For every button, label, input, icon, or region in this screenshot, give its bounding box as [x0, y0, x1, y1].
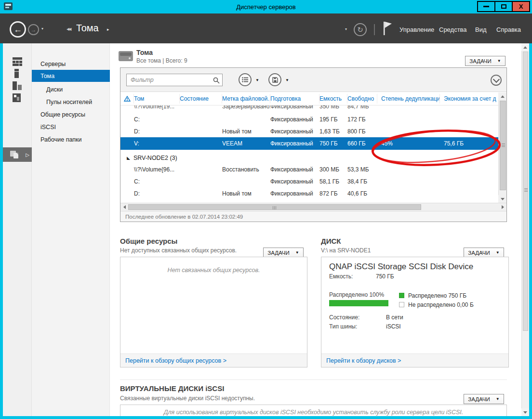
breadcrumb-left-icon[interactable]: ◀◀ [66, 27, 70, 31]
iscsi-subtitle: Связанные виртуальные диски iSCSI недост… [120, 395, 255, 402]
forward-button[interactable]: → [28, 24, 39, 35]
sidebar-item-volumes[interactable]: Тома [32, 70, 110, 82]
group-header-srv-node2[interactable]: ◢ SRV-NODE2 (3) [120, 153, 499, 163]
services-icon[interactable] [12, 93, 23, 103]
cell-provisioning: Фиксированный [270, 116, 319, 123]
scroll-left-button[interactable] [120, 203, 128, 211]
scroll-right-icon [502, 205, 504, 209]
close-button[interactable]: X [512, 1, 530, 12]
sidebar-item-disks[interactable]: Диски [32, 83, 107, 95]
table-row[interactable]: D: Новый том Фиксированный 1,63 ТБ 800 Г… [120, 125, 499, 137]
tasks-label: ЗАДАЧИ [267, 250, 290, 256]
history-caret-icon[interactable]: ▾ [41, 26, 43, 31]
legend-unallocated-swatch [399, 302, 404, 307]
servers-caret-icon[interactable]: ▾ [345, 27, 347, 31]
table-row[interactable]: C: Фиксированный 195 ГБ 172 ГБ [120, 113, 499, 125]
breadcrumb-right-icon[interactable]: ▸ [107, 27, 109, 32]
cell-volume: \\?\Volume{19... [134, 105, 180, 110]
filter-criteria-caret-icon[interactable]: ▼ [255, 78, 259, 82]
cell-label: Восстановить [222, 166, 270, 173]
cell-provisioning: Фиксированный [270, 190, 319, 197]
page-vertical-scrollbar[interactable] [521, 43, 529, 416]
scrollbar-thumb[interactable] [523, 52, 528, 331]
sidebar-item-shares[interactable]: Общие ресурсы [32, 108, 107, 120]
table-vertical-scrollbar[interactable] [498, 92, 506, 203]
scroll-up-icon [523, 46, 527, 49]
cell-free: 40,6 ГБ [347, 190, 377, 197]
table-row[interactable]: \\?\Volume{96... Восстановить Фиксирован… [120, 163, 499, 175]
nav-separator [374, 24, 375, 35]
disk-panel: QNAP iSCSI Storage SCSI Disk Device Емко… [321, 257, 509, 367]
cell-capacity: 1,63 ТБ [319, 128, 347, 135]
shares-tasks-button[interactable]: ЗАДАЧИ ▼ [263, 248, 304, 258]
volumes-tasks-button[interactable]: ЗАДАЧИ ▼ [465, 56, 505, 66]
cell-label: Новый том [222, 128, 270, 135]
column-header-volume[interactable]: Том [134, 94, 180, 104]
filter-input[interactable] [126, 74, 223, 86]
sidebar-item-iscsi[interactable]: iSCSI [32, 121, 107, 133]
dashboard-icon[interactable] [12, 57, 23, 66]
save-query-button[interactable] [268, 73, 281, 86]
scroll-up-button[interactable] [521, 43, 529, 51]
sidebar-item-servers[interactable]: Серверы [32, 58, 107, 70]
sidebar-item-storage-pools[interactable]: Пулы носителей [32, 96, 107, 108]
all-servers-icon[interactable] [12, 81, 23, 91]
back-button[interactable]: ← [10, 21, 26, 38]
scrollbar-thumb[interactable] [128, 204, 421, 210]
minimize-button[interactable] [477, 1, 495, 12]
local-server-icon[interactable] [14, 69, 25, 79]
cell-provisioning: Фиксированный [270, 178, 319, 185]
shares-overview-link[interactable]: Перейти к обзору общих ресурсов > [125, 357, 226, 364]
volumes-toolbar: ▼ ▼ [120, 68, 506, 92]
table-row[interactable]: C: Фиксированный 58,1 ГБ 38,4 ГБ [120, 175, 499, 187]
disk-bus-value: iSCSI [386, 323, 401, 330]
cell-provisioning: Фиксированный [270, 140, 319, 147]
iscsi-tasks-button[interactable]: ЗАДАЧИ ▼ [464, 394, 504, 404]
sidebar-item-work-folders[interactable]: Рабочие папки [32, 133, 107, 145]
table-row[interactable]: \\?\Volume{19... Зарезервировано... Фикс… [120, 105, 499, 113]
collapse-tile-button[interactable] [491, 75, 502, 86]
table-horizontal-scrollbar[interactable] [120, 203, 506, 211]
column-header-capacity[interactable]: Емкость [319, 94, 347, 104]
cell-free: 800 ГБ [347, 128, 377, 135]
column-header-label[interactable]: Метка файловой... [222, 94, 270, 104]
table-row[interactable]: D: Новый том Фиксированный 872 ГБ 40,6 Г… [120, 187, 499, 199]
table-header: Том Состояние Метка файловой... Подготов… [120, 92, 499, 105]
caret-down-icon: ▼ [496, 397, 500, 401]
menu-view[interactable]: Вид [475, 26, 487, 33]
menu-tools[interactable]: Средства [439, 26, 467, 33]
scroll-down-icon [523, 411, 527, 414]
scroll-down-button[interactable] [498, 195, 506, 203]
column-header-free[interactable]: Свободно [347, 94, 377, 104]
table-row-selected[interactable]: V: VEEAM Фиксированный 750 ГБ 660 ГБ 45%… [120, 137, 499, 150]
group-label: SRV-NODE2 (3) [133, 155, 177, 161]
scroll-left-icon [123, 205, 126, 209]
caret-down-icon: ▼ [497, 59, 501, 63]
menu-help[interactable]: Справка [496, 26, 521, 33]
close-icon: X [519, 3, 523, 10]
notifications-flag-icon[interactable] [382, 21, 393, 36]
scrollbar-thumb[interactable] [500, 101, 506, 190]
filter-criteria-button[interactable] [239, 73, 252, 86]
cell-capacity: 195 ГБ [319, 116, 347, 123]
menu-manage[interactable]: Управление [399, 26, 434, 33]
disk-tasks-button[interactable]: ЗАДАЧИ ▼ [464, 248, 504, 258]
save-query-caret-icon[interactable]: ▼ [285, 78, 289, 82]
alerts-column-header[interactable] [120, 94, 134, 104]
scroll-up-button[interactable] [498, 92, 506, 100]
maximize-button[interactable] [494, 1, 513, 12]
scroll-down-button[interactable] [521, 408, 529, 416]
column-header-dedup[interactable]: Степень дедупликации [377, 94, 440, 104]
disk-overview-link[interactable]: Перейти к обзору дисков > [326, 357, 401, 364]
column-header-status[interactable]: Состояние [180, 94, 222, 104]
cell-free: 53,3 МБ [347, 166, 377, 173]
file-storage-services-item[interactable]: ▷ [3, 147, 32, 162]
shares-panel-footer: Перейти к обзору общих ресурсов > [120, 354, 307, 367]
column-header-savings[interactable]: Экономия за счет д [440, 94, 499, 104]
scroll-right-button[interactable] [499, 203, 506, 211]
column-header-provisioning[interactable]: Подготовка [270, 94, 319, 104]
refresh-button[interactable]: ↻ [354, 23, 367, 36]
shares-title: Общие ресурсы [120, 237, 177, 245]
cell-label: Новый том [222, 190, 270, 197]
cell-volume: C: [134, 178, 180, 185]
